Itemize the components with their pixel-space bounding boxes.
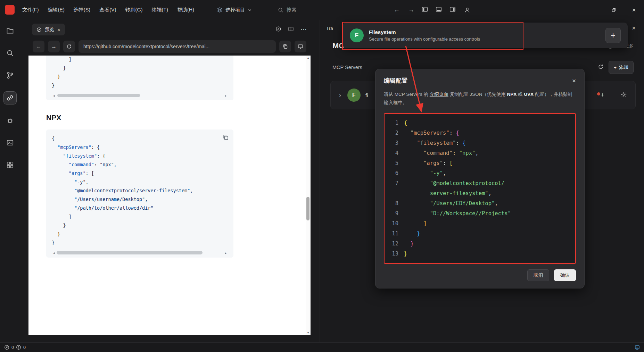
- remote-indicator[interactable]: [635, 345, 640, 350]
- server-name: fi: [365, 92, 368, 98]
- browser-back-button[interactable]: ←: [33, 41, 44, 52]
- panel-tab-label[interactable]: Tra: [326, 26, 333, 31]
- restore-button[interactable]: [604, 0, 624, 20]
- toast-title: Filesystem: [369, 29, 480, 35]
- history-nav: ← →: [394, 0, 414, 20]
- dialog-close-button[interactable]: ×: [572, 77, 576, 85]
- scrollbar-thumb[interactable]: [57, 251, 203, 254]
- menu-view[interactable]: 查看(V): [99, 7, 116, 13]
- menu-help[interactable]: 帮助(H): [177, 7, 194, 13]
- gear-icon: [620, 91, 627, 98]
- activitybar-search[interactable]: [4, 47, 16, 59]
- toast-avatar: F: [350, 28, 364, 42]
- scrollbar-thumb[interactable]: [306, 197, 309, 220]
- horizontal-scrollbar[interactable]: ◂ ▸: [52, 250, 228, 255]
- vertical-scrollbar[interactable]: ▴ ▾: [306, 56, 311, 335]
- close-window-button[interactable]: ×: [624, 0, 644, 20]
- tab-preview[interactable]: 预览 ×: [32, 24, 65, 35]
- menubar: 文件(F) 编辑(E) 选择(S) 查看(V) 转到(G) 终端(T) 帮助(H…: [22, 0, 194, 20]
- activitybar-debug[interactable]: [4, 114, 16, 127]
- tab-close-icon[interactable]: ×: [57, 27, 60, 33]
- scroll-left-icon[interactable]: ◂: [52, 94, 56, 98]
- menu-terminal[interactable]: 终端(T): [151, 7, 168, 13]
- device-preview-button[interactable]: [295, 41, 306, 52]
- warnings-count[interactable]: 0: [23, 345, 26, 350]
- refresh-servers-button[interactable]: [598, 64, 604, 71]
- search-placeholder: 搜索: [287, 7, 296, 13]
- mcp-servers-label: MCP Servers: [332, 65, 362, 70]
- code-block-npx: { "mcpServers": { "filesystem": { "comma…: [46, 129, 233, 258]
- add-to-agent-button[interactable]: +: [601, 91, 604, 99]
- minimize-button[interactable]: [584, 0, 604, 20]
- grid-icon: [6, 161, 14, 169]
- browser-viewport: /projects ] } }} ◂ ▸ NPX { "mcpServers":…: [28, 56, 311, 335]
- errors-count[interactable]: 0: [11, 345, 14, 350]
- layout-controls: [422, 0, 456, 20]
- activitybar-terminal[interactable]: [4, 136, 16, 149]
- browser-forward-button[interactable]: →: [48, 41, 60, 52]
- cancel-button[interactable]: 取消: [527, 269, 549, 281]
- editor-group: 预览 × ⋯ ← → https://github.com/modelconte…: [28, 22, 311, 335]
- filesystem-toast: F Filesystem Secure file operations with…: [343, 23, 628, 48]
- url-bar[interactable]: https://github.com/modelcontextprotocol/…: [79, 40, 276, 53]
- menu-selection[interactable]: 选择(S): [74, 7, 90, 13]
- toast-subtitle: Secure file operations with configurable…: [369, 36, 480, 42]
- nav-forward-button[interactable]: →: [408, 6, 414, 14]
- status-bar: 0 0: [0, 342, 644, 352]
- scroll-down-icon[interactable]: ▾: [306, 330, 310, 335]
- scrollbar-thumb[interactable]: [57, 94, 140, 97]
- terminal-icon: [6, 139, 14, 146]
- scroll-right-icon[interactable]: ▸: [224, 251, 228, 255]
- monitor-icon: [298, 44, 303, 49]
- activitybar-source-control[interactable]: [4, 69, 16, 82]
- horizontal-scrollbar[interactable]: ◂ ▸: [52, 93, 228, 98]
- copy-url-button[interactable]: [279, 41, 291, 52]
- copy-icon: [222, 134, 229, 141]
- person-icon: [464, 7, 470, 13]
- chevron-down-icon: [248, 8, 252, 12]
- menu-edit[interactable]: 编辑(E): [48, 7, 65, 13]
- nav-back-button[interactable]: ←: [394, 6, 400, 14]
- scroll-up-icon[interactable]: ▴: [306, 56, 310, 60]
- server-settings-button[interactable]: [620, 91, 627, 99]
- global-search[interactable]: 搜索: [278, 0, 296, 20]
- panel-close-button[interactable]: ×: [632, 24, 636, 32]
- search-icon: [6, 49, 14, 57]
- add-server-button[interactable]: + 添加: [609, 61, 634, 74]
- menu-goto[interactable]: 转到(G): [125, 7, 143, 13]
- toggle-secondary-sidebar-button[interactable]: [449, 6, 456, 14]
- chevron-right-icon[interactable]: ›: [339, 92, 341, 99]
- window-controls: ×: [584, 0, 644, 20]
- activitybar-explorer[interactable]: [4, 25, 16, 37]
- scroll-left-icon[interactable]: ◂: [52, 251, 56, 255]
- confirm-button[interactable]: 确认: [554, 269, 576, 281]
- code-lines: { "mcpServers": { "filesystem": { "comma…: [52, 134, 228, 247]
- dialog-title: 编辑配置: [384, 77, 407, 85]
- activitybar-mcp[interactable]: [3, 91, 17, 104]
- toast-add-button[interactable]: +: [605, 28, 621, 43]
- scroll-right-icon[interactable]: ▸: [224, 94, 228, 98]
- copy-code-button[interactable]: [222, 134, 229, 142]
- toggle-sidebar-button[interactable]: [422, 6, 428, 14]
- intro-page-link[interactable]: 介绍页面: [430, 92, 448, 97]
- open-in-browser-button[interactable]: [275, 26, 281, 33]
- activitybar-extensions[interactable]: [4, 159, 16, 171]
- project-selector-label: 选择项目: [225, 7, 245, 13]
- account-button[interactable]: [464, 0, 470, 20]
- split-editor-button[interactable]: [288, 26, 294, 33]
- browser-refresh-button[interactable]: [63, 41, 75, 52]
- titlebar: 文件(F) 编辑(E) 选择(S) 查看(V) 转到(G) 终端(T) 帮助(H…: [0, 0, 644, 20]
- server-avatar: F: [347, 89, 361, 102]
- search-icon: [278, 7, 283, 13]
- project-selector[interactable]: 选择项目: [213, 4, 256, 16]
- errors-icon: [4, 345, 9, 350]
- more-actions-button[interactable]: ⋯: [300, 26, 307, 33]
- edit-config-dialog: 编辑配置 × 请从 MCP Servers 的 介绍页面 复制配置 JSON（优…: [375, 69, 585, 288]
- app-window: 文件(F) 编辑(E) 选择(S) 查看(V) 转到(G) 终端(T) 帮助(H…: [0, 0, 644, 352]
- app-logo[interactable]: [5, 5, 15, 15]
- bug-icon: [6, 117, 14, 124]
- config-json-editor[interactable]: 1{2 "mcpServers": {3 "filesystem": {4 "c…: [384, 113, 576, 264]
- dialog-description: 请从 MCP Servers 的 介绍页面 复制配置 JSON（优先使用 NPX…: [384, 90, 577, 107]
- toggle-panel-button[interactable]: [436, 6, 442, 14]
- menu-file[interactable]: 文件(F): [22, 7, 39, 13]
